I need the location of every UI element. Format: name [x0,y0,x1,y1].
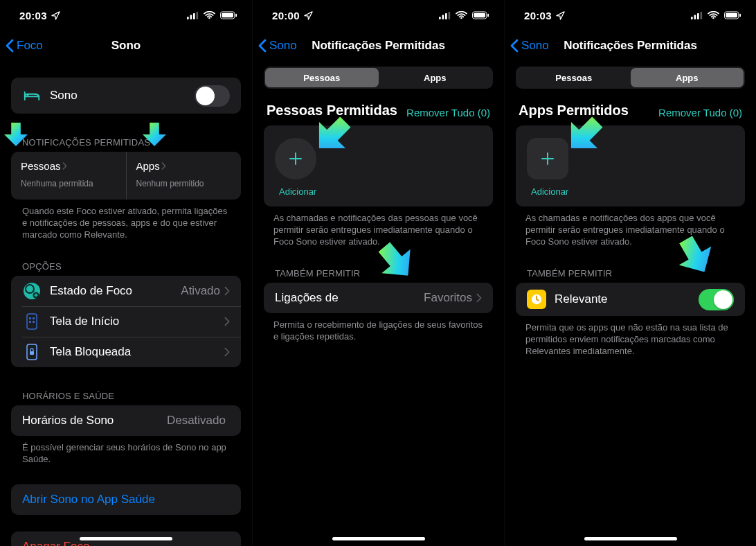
chevron-left-icon [510,39,519,53]
home-indicator[interactable] [80,537,172,540]
section-header-schedule: HORÁRIOS E SAÚDE [0,387,252,405]
wifi-icon [456,11,467,19]
status-bar: 20:03 [505,0,756,30]
option-focus-status[interactable]: Estado de Foco Ativado [11,276,241,306]
option-focus-status-value: Ativado [181,284,220,298]
calls-from-label: Ligações de [275,291,424,305]
chevron-left-icon [6,39,14,53]
add-person-button[interactable] [275,138,316,179]
status-icons [187,11,238,19]
back-button[interactable]: Foco [0,39,43,53]
home-indicator[interactable] [584,537,677,540]
focus-toggle[interactable] [195,85,230,107]
allowed-apps-subtitle: Nenhum permitido [136,179,232,188]
chevron-right-icon [476,293,482,303]
option-home-screen[interactable]: Tela de Início [11,306,241,337]
nav-bar: Sono Notificações Permitidas [253,30,504,61]
battery-icon [471,11,490,19]
location-icon [556,11,565,20]
option-home-screen-label: Tela de Início [50,315,224,328]
chevron-right-icon [224,286,230,296]
plus-icon [540,151,555,166]
focus-status-icon [22,281,42,301]
allowed-apps-button[interactable]: Apps Nenhum permitido [126,152,242,200]
lock-screen-icon [22,342,42,362]
calls-footer: Permita o recebimento de ligações de seu… [253,313,504,342]
focus-name: Sono [50,89,195,103]
sleep-schedule-label: Horários de Sono [22,414,167,428]
back-label: Foco [17,39,43,53]
segment-people-label: Pessoas [555,73,592,83]
time-sensitive-row[interactable]: Relevante [516,283,745,316]
section-title: Pessoas Permitidas [267,103,397,118]
allowed-people-card: Adicionar [264,125,493,206]
segment-apps[interactable]: Apps [631,68,744,87]
chevron-left-icon [258,39,267,53]
apps-footer: As chamadas e notificações dos apps que … [505,206,756,247]
status-time: 20:00 [272,10,300,21]
delete-focus-label: Apagar Foco [22,540,230,546]
cellular-icon [187,12,199,19]
sleep-schedule-value: Desativado [167,414,226,428]
add-app-label: Adicionar [531,186,568,197]
time-sensitive-label: Relevante [555,292,699,306]
home-screen-icon [22,312,42,331]
time-sensitive-toggle[interactable] [699,289,734,310]
section-header-also-allow: TAMBÉM PERMITIR [505,264,756,283]
segmented-control: Pessoas Apps [264,67,493,89]
open-health-label: Abrir Sono no App Saúde [22,493,230,507]
section-header-options: OPÇÕES [0,257,252,276]
battery-icon [219,11,238,19]
allowed-apps-card: Adicionar [516,125,745,206]
allowed-people-label: Pessoas [21,160,61,172]
remove-all-button[interactable]: Remover Tudo (0) [406,107,490,118]
back-button[interactable]: Sono [505,39,549,53]
chevron-right-icon [224,347,230,357]
allowed-notifications-panel: Pessoas Nenhuma permitida Apps Nenhum pe… [11,152,241,200]
segment-apps-label: Apps [424,73,447,83]
cellular-icon [691,12,703,19]
cellular-icon [439,12,451,19]
option-lock-screen[interactable]: Tela Bloqueada [11,337,241,367]
back-label: Sono [269,39,297,53]
chevron-right-icon [224,317,230,326]
segment-people-label: Pessoas [303,73,340,83]
screen-sono: 20:03 Foco Sono Sono [0,0,252,546]
status-icons [691,11,742,19]
options-group: Estado de Foco Ativado Tela de Início Te… [11,276,241,367]
nav-bar: Foco Sono [0,30,252,61]
allowed-people-subtitle: Nenhuma permitida [21,179,116,188]
battery-icon [723,11,742,19]
add-app-button[interactable] [527,138,568,179]
option-focus-status-label: Estado de Foco [50,284,181,298]
back-button[interactable]: Sono [253,39,297,53]
time-sensitive-icon [527,290,546,309]
segmented-control: Pessoas Apps [516,67,745,89]
location-icon [304,11,313,20]
status-icons [439,11,490,19]
open-health-button[interactable]: Abrir Sono no App Saúde [11,484,241,515]
section-title: Apps Permitidos [519,103,629,118]
segment-people[interactable]: Pessoas [265,68,379,87]
screen-apps: 20:03 Sono Notificações Permitidas Pesso… [504,0,756,546]
calls-from-value: Favoritos [424,291,472,305]
allowed-people-button[interactable]: Pessoas Nenhuma permitida [11,152,126,200]
schedule-footer: É possível gerenciar seus horários de So… [0,436,252,465]
screen-people: 20:00 Sono Notificações Permitidas Pesso… [252,0,504,546]
segment-people[interactable]: Pessoas [517,68,631,87]
sleep-schedule-row[interactable]: Horários de Sono Desativado [11,405,241,436]
status-bar: 20:03 [0,0,252,30]
segment-apps[interactable]: Apps [379,68,492,87]
notifications-footer: Quando este Foco estiver ativado, permit… [0,200,252,240]
location-icon [51,11,60,20]
focus-toggle-row[interactable]: Sono [11,78,241,114]
back-label: Sono [521,39,549,53]
home-indicator[interactable] [332,537,425,540]
status-time: 20:03 [19,10,47,21]
wifi-icon [708,11,719,19]
section-header-notifications: NOTIFICAÇÕES PERMITIDAS [0,133,252,152]
calls-from-row[interactable]: Ligações de Favoritos [264,283,493,313]
remove-all-button[interactable]: Remover Tudo (0) [658,107,742,118]
wifi-icon [204,11,215,19]
chevron-right-icon [161,162,166,170]
